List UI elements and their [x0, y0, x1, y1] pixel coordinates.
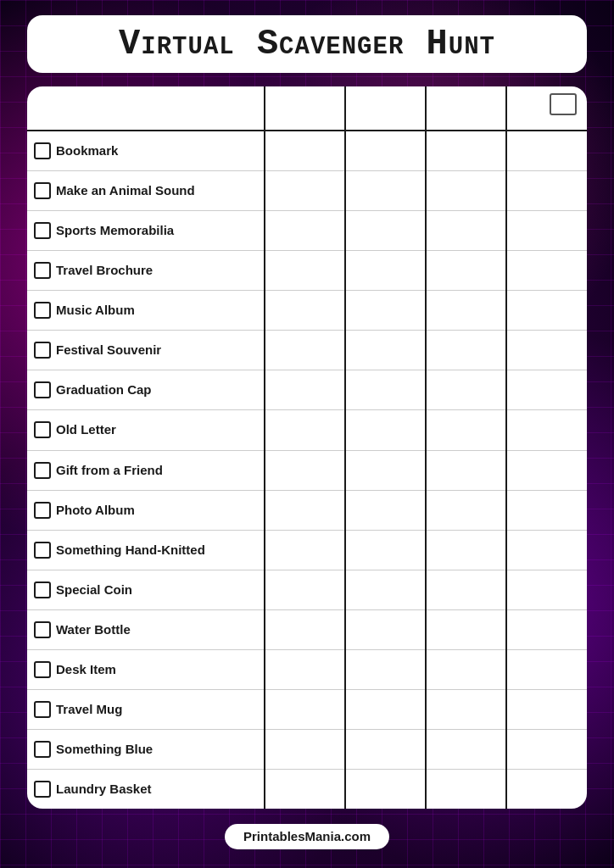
col-cell-5-0	[265, 331, 345, 370]
item-label-7: Old Letter	[56, 422, 116, 437]
item-label-5: Festival Souvenir	[56, 342, 161, 358]
checkbox-5[interactable]	[34, 342, 51, 359]
checkbox-4[interactable]	[34, 302, 51, 319]
item-cell-16: Laundry Basket	[27, 769, 265, 809]
col-cell-10-3	[506, 530, 587, 570]
table-row: Bookmark	[27, 131, 587, 171]
col-cell-8-2	[426, 450, 506, 490]
col-cell-7-2	[426, 410, 506, 450]
col-cell-3-0	[265, 251, 345, 291]
col-cell-1-0	[265, 171, 345, 211]
checkbox-10[interactable]	[34, 542, 51, 559]
table-row: Water Bottle	[27, 609, 587, 649]
checklist-table: BookmarkMake an Animal SoundSports Memor…	[27, 86, 587, 809]
col-cell-14-0	[265, 689, 345, 729]
table-row: Travel Mug	[27, 689, 587, 729]
table-row: Gift from a Friend	[27, 450, 587, 490]
item-label-15: Something Blue	[56, 742, 153, 757]
item-cell-5: Festival Souvenir	[27, 331, 265, 370]
item-cell-1: Make an Animal Sound	[27, 171, 265, 211]
col-cell-15-2	[426, 729, 506, 769]
table-row: Laundry Basket	[27, 769, 587, 809]
table-row: Graduation Cap	[27, 370, 587, 410]
col-cell-16-0	[265, 769, 345, 809]
item-cell-15: Something Blue	[27, 729, 265, 769]
table-wrapper: BookmarkMake an Animal SoundSports Memor…	[27, 86, 587, 809]
item-cell-14: Travel Mug	[27, 689, 265, 729]
col-cell-4-0	[265, 291, 345, 331]
col-cell-7-1	[345, 410, 426, 450]
item-label-11: Special Coin	[56, 582, 132, 598]
col-4	[506, 86, 587, 131]
item-cell-10: Something Hand-Knitted	[27, 530, 265, 570]
checkbox-12[interactable]	[34, 621, 51, 638]
col-cell-5-1	[345, 331, 426, 370]
item-label-9: Photo Album	[56, 503, 135, 518]
col-cell-8-3	[506, 450, 587, 490]
col-cell-0-0	[265, 131, 345, 171]
col-items	[27, 86, 265, 131]
footer-pill: PrintablesMania.com	[225, 824, 389, 849]
col-cell-0-1	[345, 131, 426, 171]
col-cell-16-2	[426, 769, 506, 809]
page-content: Virtual Scavenger Hunt BookmarkMake an A…	[0, 0, 614, 868]
checkbox-2[interactable]	[34, 222, 51, 239]
item-cell-6: Graduation Cap	[27, 370, 265, 410]
col-cell-8-1	[345, 450, 426, 490]
table-header-row	[27, 86, 587, 131]
table-row: Something Hand-Knitted	[27, 530, 587, 570]
item-label-8: Gift from a Friend	[56, 463, 163, 478]
col-cell-11-0	[265, 570, 345, 609]
checkbox-8[interactable]	[34, 462, 51, 479]
col-cell-14-2	[426, 689, 506, 729]
col-cell-10-2	[426, 530, 506, 570]
col-cell-1-2	[426, 171, 506, 211]
col-cell-14-3	[506, 689, 587, 729]
col-cell-12-3	[506, 609, 587, 649]
checkbox-3[interactable]	[34, 262, 51, 279]
table-row: Music Album	[27, 291, 587, 331]
item-label-14: Travel Mug	[56, 702, 122, 717]
checkbox-14[interactable]	[34, 701, 51, 718]
col-cell-15-0	[265, 729, 345, 769]
item-label-3: Travel Brochure	[56, 263, 153, 278]
checkbox-13[interactable]	[34, 661, 51, 678]
col-cell-5-2	[426, 331, 506, 370]
checkbox-7[interactable]	[34, 421, 51, 438]
checkbox-16[interactable]	[34, 781, 51, 798]
col-cell-9-2	[426, 490, 506, 530]
table-row: Sports Memorabilia	[27, 211, 587, 251]
checkbox-0[interactable]	[34, 142, 51, 159]
col-cell-2-1	[345, 211, 426, 251]
checkbox-9[interactable]	[34, 502, 51, 519]
table-row: Something Blue	[27, 729, 587, 769]
checkbox-11[interactable]	[34, 581, 51, 598]
col-cell-5-3	[506, 331, 587, 370]
col-cell-9-3	[506, 490, 587, 530]
item-cell-3: Travel Brochure	[27, 251, 265, 291]
col-cell-11-3	[506, 570, 587, 609]
table-row: Festival Souvenir	[27, 331, 587, 370]
checkbox-15[interactable]	[34, 741, 51, 758]
table-row: Photo Album	[27, 490, 587, 530]
col-cell-2-0	[265, 211, 345, 251]
item-cell-0: Bookmark	[27, 131, 265, 171]
item-label-0: Bookmark	[56, 143, 118, 159]
col-cell-2-3	[506, 211, 587, 251]
item-label-12: Water Bottle	[56, 622, 131, 637]
col-cell-6-3	[506, 370, 587, 410]
col-cell-3-3	[506, 251, 587, 291]
checkbox-6[interactable]	[34, 381, 51, 398]
checklist-body: BookmarkMake an Animal SoundSports Memor…	[27, 131, 587, 809]
col-2	[345, 86, 426, 131]
item-label-1: Make an Animal Sound	[56, 183, 195, 198]
col-cell-1-3	[506, 171, 587, 211]
checkbox-1[interactable]	[34, 182, 51, 199]
table-row: Make an Animal Sound	[27, 171, 587, 211]
col-cell-11-2	[426, 570, 506, 609]
item-label-4: Music Album	[56, 303, 135, 318]
item-label-10: Something Hand-Knitted	[56, 542, 205, 558]
col-cell-4-2	[426, 291, 506, 331]
item-cell-9: Photo Album	[27, 490, 265, 530]
item-label-16: Laundry Basket	[56, 782, 152, 797]
